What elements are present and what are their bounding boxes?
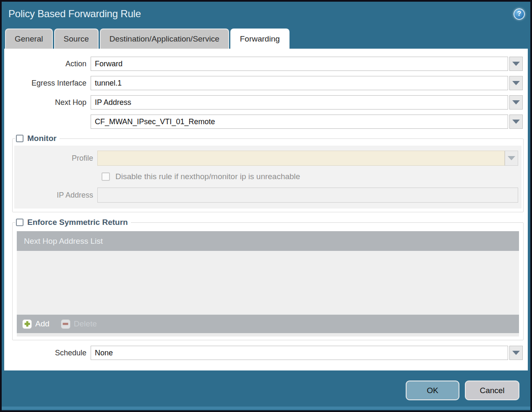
- tab-source[interactable]: Source: [54, 29, 99, 49]
- next-hop-type-dropdown: IP Address: [91, 95, 523, 110]
- next-hop-address-dropdown: CF_MWAN_IPsec_VTI_01_Remote: [91, 115, 523, 129]
- next-hop-label: Next Hop: [4, 98, 91, 107]
- chevron-down-icon: [512, 81, 520, 85]
- action-value[interactable]: Forward: [91, 57, 508, 71]
- chevron-down-icon: [512, 100, 520, 104]
- forwarding-tab-content: Action Forward Egress Interface tunnel.1…: [4, 49, 528, 370]
- chevron-down-icon: [508, 156, 515, 160]
- egress-interface-row: Egress Interface tunnel.1: [4, 76, 523, 90]
- table-bottom-strip: [17, 333, 519, 336]
- symmetric-return-legend: Enforce Symmetric Return: [15, 218, 131, 227]
- symmetric-return-legend-label: Enforce Symmetric Return: [27, 218, 128, 227]
- tab-bar: General Source Destination/Application/S…: [2, 26, 530, 49]
- schedule-row: Schedule None: [4, 346, 523, 360]
- profile-dropdown: [97, 151, 518, 166]
- monitor-legend-label: Monitor: [27, 134, 57, 143]
- schedule-value[interactable]: None: [91, 346, 508, 360]
- chevron-down-icon: [512, 62, 520, 66]
- schedule-label: Schedule: [4, 349, 91, 357]
- policy-based-forwarding-dialog: Policy Based Forwarding Rule ? General S…: [0, 0, 532, 412]
- egress-interface-dropdown-button[interactable]: [509, 76, 523, 90]
- add-button-label: Add: [35, 319, 50, 329]
- symmetric-return-section: Enforce Symmetric Return Next Hop Addres…: [12, 218, 524, 340]
- disable-rule-label: Disable this rule if nexthop/monitor ip …: [115, 172, 300, 181]
- dialog-footer: OK Cancel: [2, 370, 530, 410]
- action-label: Action: [4, 60, 91, 68]
- egress-interface-label: Egress Interface: [4, 79, 91, 88]
- monitor-ip-address-row: IP Address: [14, 188, 522, 203]
- monitor-checkbox[interactable]: [16, 135, 23, 142]
- egress-interface-value[interactable]: tunnel.1: [91, 76, 508, 90]
- next-hop-type-dropdown-button[interactable]: [509, 95, 523, 110]
- disable-rule-row: Disable this rule if nexthop/monitor ip …: [102, 172, 522, 181]
- chevron-down-icon: [512, 120, 520, 124]
- action-dropdown: Forward: [91, 57, 523, 71]
- next-hop-type-value[interactable]: IP Address: [91, 95, 508, 110]
- monitor-panel: Profile Disable this rule if nexthop/mon…: [14, 146, 522, 209]
- tab-general[interactable]: General: [5, 29, 53, 49]
- next-hop-row: Next Hop IP Address: [4, 95, 523, 110]
- monitor-ip-address-value: [97, 188, 518, 203]
- symmetric-return-checkbox[interactable]: [16, 219, 23, 226]
- egress-interface-dropdown: tunnel.1: [91, 76, 523, 90]
- monitor-ip-address-ctrl: [97, 188, 518, 203]
- help-icon[interactable]: ?: [514, 8, 525, 20]
- table-header-label: Next Hop Address List: [24, 237, 103, 246]
- schedule-dropdown: None: [91, 346, 523, 360]
- delete-button-label: Delete: [74, 319, 97, 329]
- tab-forwarding[interactable]: Forwarding: [230, 29, 289, 49]
- cancel-button[interactable]: Cancel: [465, 381, 519, 400]
- action-row: Action Forward: [4, 57, 523, 71]
- monitor-section: Monitor Profile Disable this rule if nex…: [12, 134, 524, 212]
- add-icon: [22, 319, 32, 329]
- table-header: Next Hop Address List: [17, 231, 519, 251]
- delete-button: Delete: [61, 319, 97, 329]
- profile-dropdown-button: [505, 151, 518, 166]
- tab-destination-application-service[interactable]: Destination/Application/Service: [100, 29, 229, 49]
- next-hop-address-dropdown-button[interactable]: [509, 115, 523, 129]
- profile-value: [97, 151, 505, 166]
- monitor-legend: Monitor: [15, 134, 60, 143]
- chevron-down-icon: [512, 351, 520, 355]
- table-footer: Add Delete: [17, 315, 519, 333]
- monitor-ip-address-label: IP Address: [14, 191, 97, 200]
- ok-button[interactable]: OK: [406, 381, 459, 400]
- profile-label: Profile: [14, 154, 97, 163]
- dialog-title-bar: Policy Based Forwarding Rule ?: [2, 2, 530, 26]
- next-hop-address-row: CF_MWAN_IPsec_VTI_01_Remote: [4, 115, 523, 129]
- next-hop-address-table: Next Hop Address List Add Delete: [17, 231, 519, 333]
- action-dropdown-button[interactable]: [509, 57, 523, 71]
- window-bottom-highlight: [2, 407, 530, 409]
- dialog-title: Policy Based Forwarding Rule: [8, 8, 141, 20]
- profile-row: Profile: [14, 151, 522, 166]
- schedule-dropdown-button[interactable]: [509, 346, 523, 360]
- add-button[interactable]: Add: [22, 319, 50, 329]
- delete-icon: [61, 319, 70, 329]
- table-body[interactable]: [17, 251, 519, 315]
- next-hop-address-value[interactable]: CF_MWAN_IPsec_VTI_01_Remote: [91, 115, 508, 129]
- disable-rule-checkbox: [102, 172, 110, 181]
